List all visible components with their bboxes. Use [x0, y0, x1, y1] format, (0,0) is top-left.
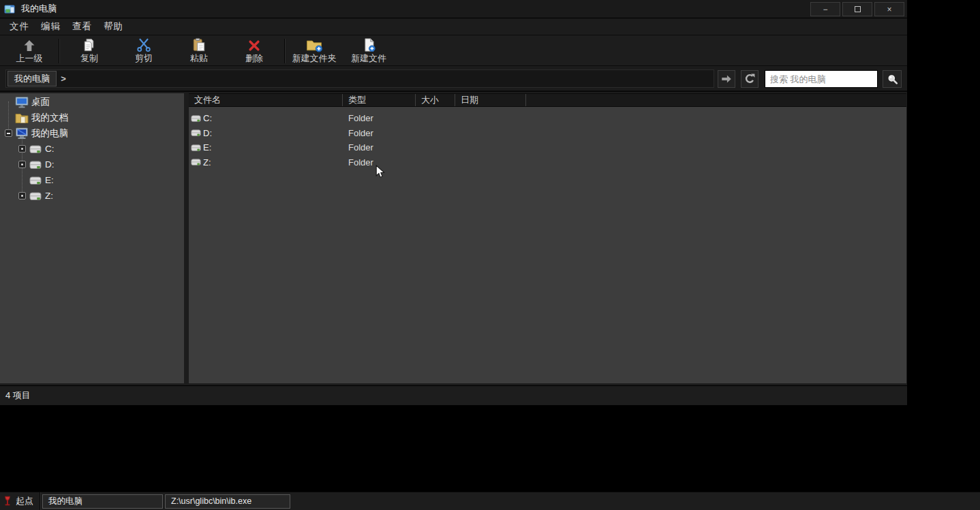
- start-button[interactable]: 起点: [0, 492, 40, 510]
- search-button[interactable]: [883, 70, 902, 88]
- column-header-size[interactable]: 大小: [416, 94, 455, 106]
- column-header-type[interactable]: 类型: [343, 94, 416, 106]
- copy-button[interactable]: 复制: [69, 37, 110, 65]
- window-title: 我的电脑: [21, 3, 57, 15]
- breadcrumb[interactable]: 我的电脑: [7, 71, 57, 86]
- drive-icon: [191, 114, 201, 123]
- file-name: C:: [203, 113, 212, 123]
- drive-icon: [29, 160, 42, 170]
- tree-item-desktop[interactable]: 桌面: [0, 95, 184, 108]
- new-folder-icon: [306, 37, 322, 52]
- wine-glass-icon: [3, 496, 12, 507]
- tree-item-drive-z[interactable]: Z:: [0, 189, 184, 202]
- menu-edit[interactable]: 编辑: [41, 20, 61, 33]
- expand-expander[interactable]: [18, 145, 26, 153]
- search-magnifier-icon: [886, 73, 899, 86]
- breadcrumb-chevron-icon[interactable]: >: [58, 71, 69, 86]
- address-bar: 我的电脑 >: [0, 66, 907, 92]
- close-button[interactable]: ×: [874, 2, 904, 16]
- title-bar[interactable]: 我的电脑 − ×: [0, 0, 907, 18]
- status-bar: 4 项目: [0, 385, 907, 404]
- up-button-label: 上一级: [16, 53, 43, 63]
- file-row-d[interactable]: D: Folder: [189, 126, 906, 141]
- column-header-filler: [526, 94, 906, 106]
- path-field[interactable]: 我的电脑 >: [5, 69, 714, 88]
- expand-expander[interactable]: [18, 161, 26, 168]
- dot-icon: [21, 148, 23, 150]
- file-row-c[interactable]: C: Folder: [189, 111, 906, 126]
- desktop-monitor-icon: [15, 96, 29, 108]
- computer-icon: [15, 127, 29, 140]
- delete-button[interactable]: 删除: [234, 37, 275, 65]
- tree-item-label: D:: [45, 159, 55, 170]
- window-controls: − ×: [810, 2, 904, 16]
- drive-icon: [191, 158, 201, 166]
- tree-item-label: 桌面: [31, 96, 50, 108]
- file-type: Folder: [343, 142, 416, 153]
- file-name-cell: E:: [189, 142, 343, 153]
- list-header: 文件名 类型 大小 日期: [189, 93, 906, 107]
- up-button[interactable]: 上一级: [9, 37, 50, 65]
- new-file-button[interactable]: 新建文件: [346, 37, 391, 65]
- drive-icon: [29, 144, 42, 154]
- menu-help[interactable]: 帮助: [104, 20, 123, 33]
- go-arrow-icon: [720, 73, 733, 85]
- documents-folder-icon: [15, 112, 29, 124]
- tree-item-documents[interactable]: 我的文档: [0, 111, 184, 124]
- expand-expander[interactable]: [18, 192, 26, 200]
- copy-button-label: 复制: [80, 53, 98, 63]
- file-type: Folder: [343, 157, 416, 168]
- go-button[interactable]: [718, 70, 735, 88]
- file-row-z[interactable]: Z: Folder: [189, 155, 906, 170]
- app-icon: [4, 3, 15, 14]
- cut-button-label: 剪切: [135, 53, 153, 63]
- tree-item-my-computer[interactable]: 我的电脑: [0, 127, 184, 140]
- new-file-icon: [362, 37, 376, 52]
- minimize-button[interactable]: −: [810, 2, 840, 16]
- new-folder-button-label: 新建文件夹: [292, 53, 337, 63]
- file-row-e[interactable]: E: Folder: [189, 140, 906, 155]
- menu-view[interactable]: 查看: [72, 20, 92, 33]
- taskbar-item-my-computer[interactable]: 我的电脑: [42, 494, 163, 509]
- tree-item-drive-d[interactable]: D:: [0, 158, 184, 171]
- file-type: Folder: [343, 113, 416, 123]
- taskbar: 起点 我的电脑 Z:\usr\glibc\bin\ib.exe: [0, 492, 980, 510]
- menu-file[interactable]: 文件: [10, 20, 29, 33]
- file-name-cell: D:: [189, 128, 343, 138]
- scissors-icon: [136, 37, 151, 52]
- toolbar-separator: [284, 39, 285, 63]
- item-count: 4 项目: [5, 389, 31, 402]
- taskbar-item-ib-exe[interactable]: Z:\usr\glibc\bin\ib.exe: [165, 494, 290, 509]
- tree-item-drive-e[interactable]: E:: [0, 174, 184, 187]
- new-file-button-label: 新建文件: [351, 53, 386, 63]
- maximize-button[interactable]: [842, 2, 872, 16]
- maximize-icon: [855, 6, 861, 12]
- column-header-date[interactable]: 日期: [455, 94, 526, 106]
- drive-icon: [29, 176, 42, 185]
- file-name: Z:: [203, 157, 211, 168]
- file-manager-window: 我的电脑 − × 文件 编辑 查看 帮助 上一级 复制: [0, 0, 907, 405]
- folder-tree-panel: 桌面 我的文档 我的电脑 C: D:: [0, 93, 184, 383]
- tree-item-drive-c[interactable]: C:: [0, 142, 184, 155]
- file-rows: C: Folder D: Folder: [189, 111, 906, 170]
- toolbar: 上一级 复制 剪切 粘贴 删除 新建文件夹: [0, 35, 907, 66]
- collapse-expander[interactable]: [5, 129, 12, 137]
- delete-x-icon: [247, 37, 261, 52]
- search-input[interactable]: [765, 70, 878, 88]
- new-folder-button[interactable]: 新建文件夹: [289, 37, 339, 65]
- tree-item-label: C:: [45, 144, 55, 154]
- cut-button[interactable]: 剪切: [123, 37, 164, 65]
- drive-icon: [191, 129, 201, 137]
- paste-button[interactable]: 粘贴: [179, 37, 219, 65]
- desktop: 我的电脑 − × 文件 编辑 查看 帮助 上一级 复制: [0, 0, 980, 510]
- tree-item-label: 我的电脑: [31, 127, 68, 140]
- up-arrow-icon: [22, 37, 36, 52]
- column-header-name[interactable]: 文件名: [189, 94, 343, 106]
- tree-item-label: Z:: [45, 191, 53, 201]
- file-list-panel: 文件名 类型 大小 日期 C: Folder: [189, 93, 906, 383]
- refresh-button[interactable]: [741, 70, 759, 88]
- paste-button-label: 粘贴: [190, 53, 208, 63]
- start-label: 起点: [16, 495, 33, 507]
- file-type: Folder: [343, 128, 416, 138]
- tree-item-label: E:: [45, 175, 54, 185]
